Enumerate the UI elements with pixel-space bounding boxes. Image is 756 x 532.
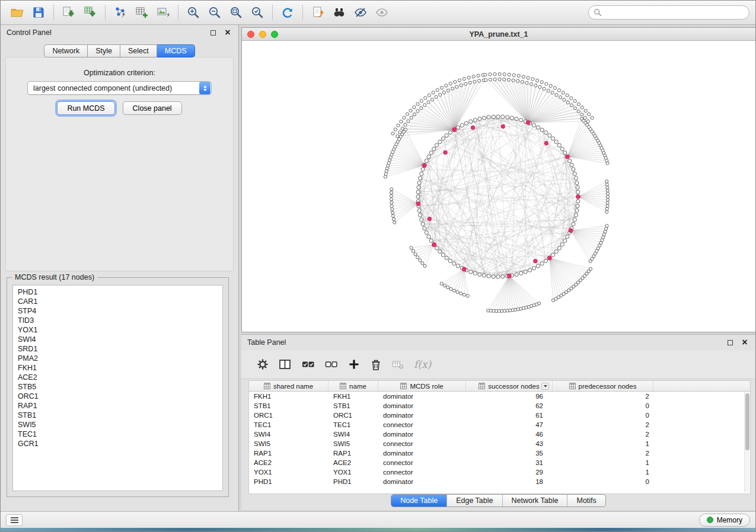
table-cell[interactable]: 18 [466,477,553,486]
network-svg[interactable] [242,41,755,332]
mcds-result-item[interactable]: SWI4 [13,335,222,344]
table-cell[interactable]: 1 [553,467,653,477]
float-panel-icon[interactable] [208,28,218,37]
table-cell[interactable]: STB1 [249,401,328,411]
mcds-result-item[interactable]: ACE2 [13,373,222,382]
table-cell[interactable]: 61 [466,411,553,420]
table-cell[interactable]: 43 [466,439,553,448]
refresh-button[interactable] [277,3,298,22]
mcds-result-item[interactable]: ORC1 [13,392,222,401]
table-cell[interactable]: 46 [466,430,553,439]
table-cell[interactable]: 2 [553,392,653,401]
share-document-button[interactable] [307,3,328,22]
tab-motifs[interactable]: Motifs [567,495,605,507]
show-graphics-details-button[interactable] [371,3,393,22]
table-cell[interactable]: 29 [466,467,553,477]
table-cell[interactable]: YOX1 [249,467,328,477]
table-cell[interactable]: dominator [378,401,466,411]
add-column-button[interactable] [348,358,360,370]
mcds-result-item[interactable]: TEC1 [13,430,222,439]
mcds-result-item[interactable]: STB5 [13,382,222,392]
column-header-shared-name[interactable]: shared name [249,381,328,391]
table-cell[interactable]: connector [378,467,466,477]
table-settings-button[interactable] [257,358,269,370]
table-cell[interactable]: SWI4 [328,430,378,439]
table-row[interactable]: FKH1FKH1dominator962 [249,392,750,401]
new-network-button[interactable] [110,3,131,22]
table-cell[interactable]: RAP1 [249,448,328,458]
mcds-result-item[interactable]: FKH1 [13,363,222,373]
zoom-selected-button[interactable] [247,3,268,22]
table-cell[interactable] [653,458,750,467]
table-cell[interactable]: ACE2 [249,458,328,467]
table-cell[interactable]: RAP1 [328,448,378,458]
table-cell[interactable]: connector [378,420,466,430]
run-mcds-button[interactable]: Run MCDS [57,101,114,115]
mcds-result-item[interactable]: RAP1 [13,401,222,411]
tab-mcds[interactable]: MCDS [157,44,195,57]
table-cell[interactable] [653,439,750,448]
table-cell[interactable]: FKH1 [328,392,378,401]
mcds-result-item[interactable]: YOX1 [13,325,222,335]
find-button[interactable] [328,3,350,22]
table-cell[interactable]: 0 [553,411,653,420]
table-cell[interactable]: dominator [378,430,466,439]
table-cell[interactable]: STB1 [328,401,378,411]
mcds-result-item[interactable]: PHD1 [13,287,222,297]
table-cell[interactable] [653,430,750,439]
delete-column-button[interactable] [370,358,382,371]
mcds-result-item[interactable]: GCR1 [13,439,222,448]
table-cell[interactable]: TEC1 [328,420,378,430]
table-row[interactable]: STB1STB1dominator620 [249,401,750,411]
table-cell[interactable]: dominator [378,392,466,401]
table-cell[interactable]: connector [378,458,466,467]
table-row[interactable]: PHD1PHD1dominator180 [249,477,750,486]
table-cell[interactable]: ORC1 [249,411,328,420]
table-row[interactable]: ACE2ACE2connector311 [249,458,750,467]
mcds-result-item[interactable]: SRD1 [13,344,222,354]
table-cell[interactable]: 2 [553,430,653,439]
zoom-in-button[interactable] [183,3,204,22]
table-cell[interactable]: 1 [553,439,653,448]
table-scrollbar[interactable] [744,392,749,492]
table-cell[interactable] [653,401,750,411]
hide-graphics-details-button[interactable] [350,3,371,22]
table-cell[interactable]: YOX1 [328,467,378,477]
table-cell[interactable]: 1 [553,458,653,467]
tab-edge-table[interactable]: Edge Table [446,495,502,507]
table-cell[interactable]: 2 [553,448,653,458]
table-cell[interactable]: dominator [378,448,466,458]
scrollbar-thumb[interactable] [745,393,749,450]
table-cell[interactable]: PHD1 [328,477,378,486]
table-row[interactable]: SWI5SWI5connector431 [249,439,750,448]
criterion-dropdown[interactable]: largest connected component (undirected) [27,81,212,95]
show-column-button[interactable] [279,358,292,370]
search-box[interactable] [588,5,749,20]
column-header-predecessor-nodes[interactable]: predecessor nodes [553,381,653,391]
window-close-icon[interactable] [247,31,254,38]
table-cell[interactable]: PHD1 [249,477,328,486]
search-input[interactable] [605,8,744,17]
tab-network-table[interactable]: Network Table [502,495,567,507]
close-table-panel-icon[interactable]: × [740,338,749,347]
table-cell[interactable]: 2 [553,420,653,430]
table-row[interactable]: RAP1RAP1dominator352 [249,448,750,458]
close-panel-icon[interactable]: × [223,28,232,37]
close-mcds-panel-button[interactable]: Close panel [123,101,182,115]
table-cell[interactable]: SWI5 [249,439,328,448]
table-cell[interactable]: 96 [466,392,553,401]
table-row[interactable]: ORC1ORC1dominator610 [249,411,750,420]
table-cell[interactable]: dominator [378,411,466,420]
window-maximize-icon[interactable] [271,31,278,38]
mcds-result-item[interactable]: TID3 [13,316,222,325]
tab-select[interactable]: Select [120,44,157,57]
table-cell[interactable]: 62 [466,401,553,411]
table-cell[interactable]: 35 [466,448,553,458]
table-cell[interactable]: TEC1 [249,420,328,430]
float-table-panel-icon[interactable] [725,338,735,347]
column-header-name[interactable]: name [328,381,378,391]
hamburger-menu-button[interactable] [6,514,23,526]
open-file-button[interactable] [7,3,28,22]
table-cell[interactable]: 0 [553,401,653,411]
import-network-file-button[interactable] [58,3,79,22]
